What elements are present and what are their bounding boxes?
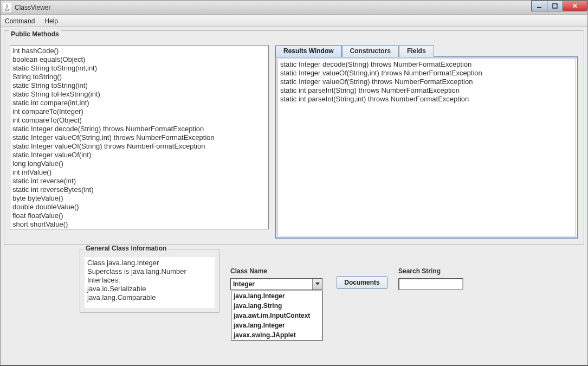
method-item[interactable]: double doubleValue() (12, 203, 266, 211)
general-class-info-group: General Class Information Class java.lan… (80, 249, 219, 313)
search-input[interactable] (398, 278, 463, 290)
gci-line: Interfaces: (87, 276, 212, 285)
method-item[interactable]: long longValue() (12, 159, 266, 168)
method-item[interactable]: static int reverseBytes(int) (12, 185, 266, 194)
gci-textbox[interactable]: Class java.lang.IntegerSuperclass is jav… (85, 257, 215, 308)
documents-column: Documents (337, 249, 387, 289)
result-item[interactable]: static int parseInt(String) throws Numbe… (280, 86, 573, 95)
menu-command[interactable]: Command (5, 17, 35, 25)
method-item[interactable]: int hashCode() (12, 47, 266, 55)
close-button[interactable]: ✕ (563, 1, 587, 11)
method-item[interactable]: static int compare(int,int) (12, 99, 266, 107)
gci-line: java.lang.Comparable (87, 293, 212, 302)
public-methods-group: Public Methods int hashCode()boolean equ… (4, 30, 584, 245)
class-name-label: Class Name (230, 267, 326, 275)
results-listbox[interactable]: static Integer decode(String) throws Num… (277, 59, 576, 236)
tab-constructors[interactable]: Constructors (342, 45, 399, 57)
menu-help[interactable]: Help (44, 17, 58, 25)
dropdown-option[interactable]: java.lang.Integer (231, 320, 322, 330)
gci-legend: General Class Information (83, 245, 169, 252)
dropdown-option[interactable]: java.lang.Integer (231, 291, 322, 301)
class-name-selected: Integer (231, 280, 312, 288)
tab-fields[interactable]: Fields (399, 45, 434, 57)
method-item[interactable]: static String toString(int) (12, 81, 266, 90)
search-label: Search String (398, 267, 463, 275)
method-item[interactable]: static Integer decode(String) throws Num… (12, 125, 266, 133)
java-icon (3, 3, 11, 12)
gci-line: Class java.lang.Integer (87, 259, 212, 267)
tab-results-window[interactable]: Results Window (275, 45, 342, 57)
svg-rect-1 (553, 4, 557, 8)
method-item[interactable]: static Integer valueOf(String,int) throw… (12, 133, 266, 142)
methods-listbox[interactable]: int hashCode()boolean equals(Object)stat… (10, 45, 269, 229)
search-column: Search String (398, 249, 463, 290)
method-item[interactable]: float floatValue() (12, 211, 266, 220)
result-item[interactable]: static Integer valueOf(String,int) throw… (280, 69, 573, 78)
public-methods-legend: Public Methods (9, 30, 61, 38)
client-area: Public Methods int hashCode()boolean equ… (0, 27, 588, 365)
svg-marker-2 (315, 282, 320, 285)
method-item[interactable]: boolean equals(Object) (12, 55, 266, 64)
dropdown-option[interactable]: javax.swing.JApplet (231, 330, 322, 340)
result-item[interactable]: static Integer valueOf(String) throws Nu… (280, 78, 573, 86)
method-item[interactable]: short shortValue() (12, 220, 266, 229)
method-item[interactable]: static Integer valueOf(String) throws Nu… (12, 142, 266, 151)
dropdown-option[interactable]: java.lang.String (231, 301, 322, 311)
method-item[interactable]: int intValue() (12, 168, 266, 177)
method-item[interactable]: static String toHexString(int) (12, 90, 266, 99)
documents-button[interactable]: Documents (337, 276, 387, 289)
method-item[interactable]: int compareTo(Integer) (12, 107, 266, 116)
class-name-column: Class Name Integer java.lang.Integerjava… (230, 249, 326, 290)
tabs-row: Results Window Constructors Fields (275, 45, 578, 57)
method-item[interactable]: byte byteValue() (12, 194, 266, 203)
gci-line: java.io.Serializable (87, 285, 212, 293)
dropdown-option[interactable]: java.awt.im.InputContext (231, 311, 322, 320)
method-item[interactable]: int compareTo(Object) (12, 116, 266, 125)
maximize-button[interactable] (547, 1, 563, 11)
method-item[interactable]: static int reverse(int) (12, 177, 266, 185)
window-title: ClassViewer (15, 4, 50, 11)
bottom-area: General Class Information Class java.lan… (4, 245, 584, 313)
results-panel: static Integer decode(String) throws Num… (275, 56, 578, 239)
result-item[interactable]: static int parseInt(String,int) throws N… (280, 95, 573, 104)
method-item[interactable]: String toString() (12, 73, 266, 81)
method-item[interactable]: static Integer valueOf(int) (12, 151, 266, 159)
window-titlebar: ClassViewer ✕ (0, 0, 588, 15)
chevron-down-icon[interactable] (312, 279, 322, 290)
menubar: Command Help (0, 15, 588, 27)
method-item[interactable]: static String toString(int,int) (12, 64, 266, 73)
class-name-dropdown-list[interactable]: java.lang.Integerjava.lang.Stringjava.aw… (231, 291, 323, 341)
svg-rect-0 (537, 7, 541, 8)
class-name-combobox[interactable]: Integer java.lang.Integerjava.lang.Strin… (230, 278, 322, 290)
minimize-button[interactable] (531, 1, 547, 11)
window-controls: ✕ (532, 1, 587, 11)
result-item[interactable]: static Integer decode(String) throws Num… (280, 60, 573, 69)
gci-line: Superclass is java.lang.Number (87, 267, 212, 276)
